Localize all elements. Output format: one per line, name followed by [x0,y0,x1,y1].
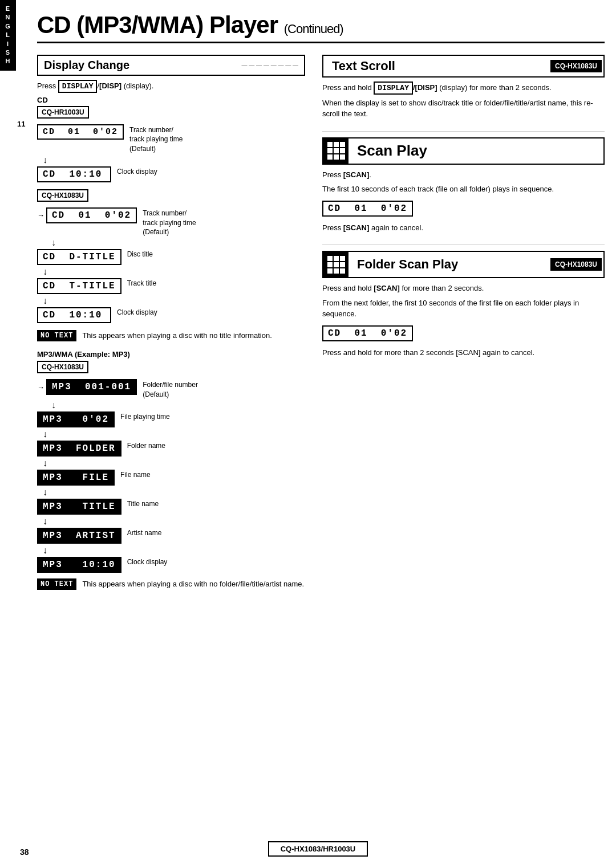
language-label: E [6,5,10,13]
left-column: Display Change — — — — — — — — Press DIS… [37,55,305,601]
folder-scan-cancel: Press and hold for more than 2 seconds [… [322,347,605,358]
text-scroll-title: Text Scroll [323,56,549,76]
page-number: 38 [20,847,29,857]
text-scroll-section: Text Scroll CQ-HX1083U Press and hold DI… [322,55,605,120]
folder-scan-model: CQ-HX1083U [550,258,602,271]
display-change-instruction: Press DISPLAY/[DISP] (display). [37,80,305,92]
lcd-hx-label-1: Track number/track playing time(Default) [143,206,196,237]
mp3-no-text-note: NO TEXT This appears when playing a disc… [37,578,305,590]
lcd-hx-3: CD T-TITLE [37,278,121,294]
mp3-lcd-label-6: Artist name [127,527,162,537]
model-badge-hr1003u: CQ-HR1003U [37,106,89,119]
mp3-lcd-4: MP3 FILE [37,470,115,486]
folder-scan-play-icon [323,252,348,277]
arrow-hx-1: ↓ [37,238,305,248]
mp3-lcd-3: MP3 FOLDER [37,441,121,457]
lcd-hx-label-4: Clock display [117,306,157,316]
mp3-lcd-1: MP3 001-001 [46,379,137,395]
page-title: CD (MP3/WMA) Player (Continued) [37,11,605,43]
language-label: L [6,31,10,39]
text-scroll-note: When the display is set to show disc/tra… [322,97,605,120]
mp3-displays: → MP3 001-001 Folder/file number(Default… [37,378,305,574]
mp3-lcd-6: MP3 ARTIST [37,528,121,544]
scan-play-display: CD 01 0'02 [322,199,605,218]
arrow-down-1: ↓ [37,155,305,165]
arrow-hx-3: ↓ [37,296,305,306]
model-badge-hx1083u-2: CQ-HX1083U [37,361,88,373]
mp3-lcd-7: MP3 10:10 [37,557,121,573]
mp3-lcd-label-7: Clock display [127,556,168,566]
folder-scan-play-title: Folder Scan Play [348,254,549,275]
text-scroll-header: Text Scroll CQ-HX1083U [322,55,605,78]
mp3-no-text-description: This appears when playing a disc with no… [82,578,304,590]
main-content: CD (MP3/WMA) Player (Continued) Display … [31,0,616,613]
mp3-lcd-5: MP3 TITLE [37,499,121,515]
lcd-label-2: Clock display [117,165,157,176]
divider-2 [322,244,605,245]
lcd-hx-label-2: Disc title [127,248,153,258]
language-label: N [6,13,11,22]
lcd-hx-label-3: Track title [127,277,157,287]
mp3-lcd-2: MP3 0'02 [37,411,115,427]
lcd-hx-4: CD 10:10 [37,307,111,323]
mp3-section: MP3/WMA (Example: MP3) CQ-HX1083U → MP3 … [37,350,305,590]
section-number: 11 [17,120,25,128]
folder-scan-display: CD 01 0'02 [322,324,605,343]
language-label: H [6,57,11,66]
scan-play-description: The first 10 seconds of each track (file… [322,184,605,195]
footer: CQ-HX1083/HR1003U [31,841,605,857]
language-label: S [6,48,10,57]
cd-label: CD [37,96,305,104]
no-text-badge: NO TEXT [37,330,76,341]
folder-scan-play-section: Folder Scan Play CQ-HX1083U Press and ho… [322,251,605,358]
scan-play-instruction: Press [SCAN]. [322,169,605,181]
folder-scan-instruction: Press and hold [SCAN] for more than 2 se… [322,283,605,294]
lcd-label-1: Track number/track playing time(Default) [129,123,183,154]
language-label: I [7,40,9,48]
no-text-note: NO TEXT This appears when playing a disc… [37,330,305,341]
two-column-layout: Display Change — — — — — — — — Press DIS… [37,55,605,601]
mp3-lcd-label-3: Folder name [127,439,165,450]
mp3-lcd-label-2: File playing time [120,410,170,421]
cd-hr1003u-displays: CD 01 0'02 Track number/track playing ti… [37,123,305,184]
folder-scan-description: From the next folder, the first 10 secon… [322,298,605,320]
model-badge-hx1083u-1: CQ-HX1083U [37,189,88,202]
lcd-display-1: CD 01 0'02 [37,123,124,141]
display-change-section: Display Change — — — — — — — — Press DIS… [37,55,305,590]
text-scroll-model: CQ-HX1083U [550,60,602,72]
language-label: G [5,22,11,31]
display-change-title: Display Change [44,59,129,72]
text-scroll-instruction: Press and hold DISPLAY/[DISP] (display) … [322,82,605,94]
lcd-hx-1: CD 01 0'02 [46,207,137,223]
mp3-title: MP3/WMA (Example: MP3) [37,350,305,358]
footer-model: CQ-HX1083/HR1003U [268,841,368,857]
mp3-lcd-label-1: Folder/file number(Default) [143,378,198,400]
divider-1 [322,131,605,132]
scan-play-section: Scan Play Press [SCAN]. The first 10 sec… [322,137,605,234]
no-text-description: This appears when playing a disc with no… [82,330,271,341]
scan-play-icon [323,138,348,164]
mp3-lcd-label-4: File name [120,468,151,479]
scan-play-header: Scan Play [322,137,605,165]
right-column: Text Scroll CQ-HX1083U Press and hold DI… [322,55,605,601]
mp3-no-text-badge: NO TEXT [37,578,76,590]
scan-play-title: Scan Play [348,139,436,162]
folder-scan-play-header: Folder Scan Play CQ-HX1083U [322,251,605,278]
lcd-display-2: CD 10:10 [37,166,111,182]
lcd-hx-2: CD D-TITLE [37,249,121,265]
cd-hx1083u-displays: → CD 01 0'02 Track number/track playing … [37,206,305,324]
mp3-lcd-label-5: Title name [127,498,159,508]
scan-play-cancel: Press [SCAN] again to cancel. [322,222,605,234]
arrow-hx-2: ↓ [37,267,305,277]
side-tab: E N G L I S H [0,0,16,71]
